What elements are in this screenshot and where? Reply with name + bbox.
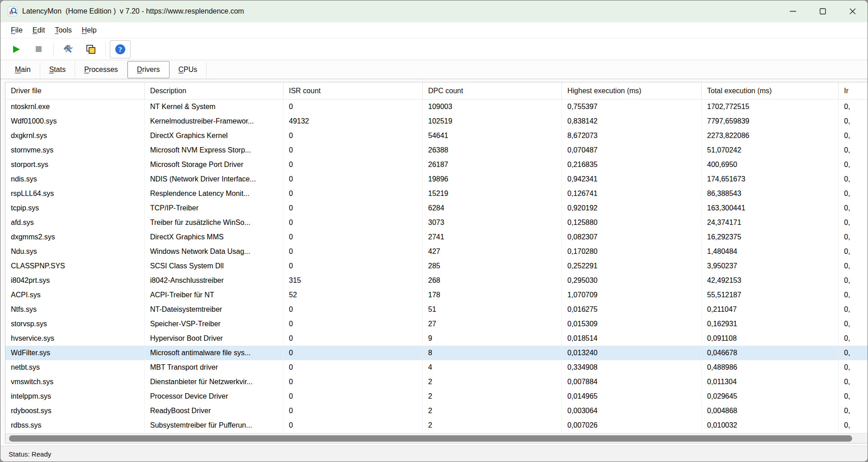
tab-drivers[interactable]: Drivers [127,61,170,78]
table-row[interactable]: tcpip.sysTCP/IP-Treiber062840,920192163,… [5,201,868,215]
table-cell: TCP/IP-Treiber [145,201,283,215]
column-header-isr-count[interactable]: ISR count [283,82,423,99]
table-cell: 0,046678 [702,346,839,360]
table-cell: 19896 [423,172,562,186]
start-button[interactable] [6,40,27,58]
table-cell: 174,651673 [702,172,839,186]
svg-text:?: ? [118,45,122,53]
table-row[interactable]: netbt.sysMBT Transport driver040,3349080… [5,360,868,375]
table-cell: 1,480484 [702,244,839,259]
menu-file-mnemonic: F [11,26,15,34]
tools-button[interactable] [58,40,79,58]
tools-icon [62,43,74,55]
table-row[interactable]: Ntfs.sysNT-Dateisystemtreiber0510,016275… [5,302,868,317]
tab-cpus[interactable]: CPUs [170,62,207,77]
table-cell: 0, [839,404,868,418]
table-cell: Resplendence Latency Monit... [145,186,283,201]
table-cell: 0,216835 [562,157,702,172]
table-cell: 7797,659839 [702,114,839,129]
stop-button[interactable] [28,40,49,58]
table-cell: 163,300441 [702,201,839,215]
minimize-button[interactable] [778,0,808,22]
table-row[interactable]: hvservice.sysHypervisor Boot Driver090,0… [5,331,868,346]
column-header-ir[interactable]: Ir [839,82,868,99]
column-header-highest-execution[interactable]: Highest execution (ms) [562,82,702,99]
table-cell: 0, [839,215,868,230]
menu-edit-label: dit [37,26,45,34]
column-header-description[interactable]: Description [145,82,283,99]
table-cell: 0,334908 [562,360,702,375]
menu-file[interactable]: File [6,24,28,37]
table-cell: 0,162931 [702,317,839,331]
table-row[interactable]: WdFilter.sysMicrosoft antimalware file s… [5,346,868,360]
table-cell: NT-Dateisystemtreiber [145,302,283,317]
table-cell: 0 [283,129,423,143]
table-row[interactable]: rspLLL64.sysResplendence Latency Monit..… [5,186,868,201]
table-cell: Wdf01000.sys [5,114,145,129]
table-cell: Treiber für zusätzliche WinSo... [145,215,283,230]
table-row[interactable]: storport.sysMicrosoft Storage Port Drive… [5,157,868,172]
table-row[interactable]: afd.sysTreiber für zusätzliche WinSo...0… [5,215,868,230]
table-row[interactable]: dxgmms2.sysDirectX Graphics MMS027410,08… [5,230,868,244]
tab-processes[interactable]: Processes [75,62,127,77]
help-button[interactable]: ? [110,40,131,58]
close-button[interactable] [838,0,868,22]
table-row[interactable]: ntoskrnl.exeNT Kernel & System01090030,7… [5,100,868,114]
table-row[interactable]: rdbss.sysSubsystemtreiber für Pufferun..… [5,418,868,433]
table-cell: vmswitch.sys [5,375,145,389]
table-cell: 0, [839,317,868,331]
table-cell: 0 [283,215,423,230]
table-row[interactable]: Ndu.sysWindows Network Data Usag...04270… [5,244,868,259]
table-row[interactable]: stornvme.sysMicrosoft NVM Express Storp.… [5,143,868,157]
table-cell: ndis.sys [5,172,145,186]
table-cell: netbt.sys [5,360,145,375]
table-cell: 0,007884 [562,375,702,389]
table-row[interactable]: ndis.sysNDIS (Network Driver Interface..… [5,172,868,186]
table-cell: 0 [283,157,423,172]
window-title: LatencyMon (Home Edition ) v 7.20 - http… [22,7,244,15]
drivers-table: Driver file Description ISR count DPC co… [5,82,868,443]
tab-stats[interactable]: Stats [40,62,75,77]
menu-help[interactable]: Help [77,24,102,37]
table-cell: 0,029645 [702,389,839,404]
tab-main[interactable]: Main [6,62,40,77]
column-header-total-execution[interactable]: Total execution (ms) [702,82,839,99]
table-row[interactable]: ACPI.sysACPI-Treiber für NT521781,070709… [5,288,868,302]
table-cell: 0 [283,143,423,157]
table-cell: 0, [839,360,868,375]
table-cell: 49132 [283,114,423,129]
table-cell: 0,010032 [702,418,839,433]
table-row[interactable]: CLASSPNP.SYSSCSI Class System Dll02850,2… [5,259,868,273]
table-cell: DirectX Graphics Kernel [145,129,283,143]
table-cell: 0, [839,389,868,404]
table-row[interactable]: dxgkrnl.sysDirectX Graphics Kernel054641… [5,129,868,143]
horizontal-scrollbar[interactable] [5,433,868,443]
table-cell: 0,755397 [562,100,702,114]
table-cell: afd.sys [5,215,145,230]
table-row[interactable]: storvsp.sysSpeicher-VSP-Treiber0270,0153… [5,317,868,331]
table-cell: 0, [839,244,868,259]
table-cell: 0,082307 [562,230,702,244]
toolbar-separator [53,43,54,56]
menu-tools[interactable]: Tools [50,24,76,37]
table-cell: 268 [423,273,562,288]
table-cell: Processor Device Driver [145,389,283,404]
table-row[interactable]: rdyboost.sysReadyBoost Driver020,0030640… [5,404,868,418]
column-header-driver-file[interactable]: Driver file [5,82,145,99]
column-header-dpc-count[interactable]: DPC count [423,82,562,99]
table-row[interactable]: vmswitch.sysDienstanbieter für Netzwerkv… [5,375,868,389]
table-cell: 0 [283,302,423,317]
table-row[interactable]: Wdf01000.sysKernelmodustreiber-Framewor.… [5,114,868,129]
window-controls [778,0,868,22]
maximize-button[interactable] [808,0,838,22]
table-cell: 0,838142 [562,114,702,129]
table-cell: 0,295030 [562,273,702,288]
scrollbar-thumb[interactable] [9,435,852,442]
menu-edit[interactable]: Edit [28,24,50,37]
table-cell: 0,211047 [702,302,839,317]
copy-button[interactable] [80,40,101,58]
table-row[interactable]: i8042prt.sysi8042-Anschlusstreiber315268… [5,273,868,288]
table-row[interactable]: intelppm.sysProcessor Device Driver020,0… [5,389,868,404]
table-cell: 2741 [423,230,562,244]
tab-drivers-label: rivers [142,66,160,73]
